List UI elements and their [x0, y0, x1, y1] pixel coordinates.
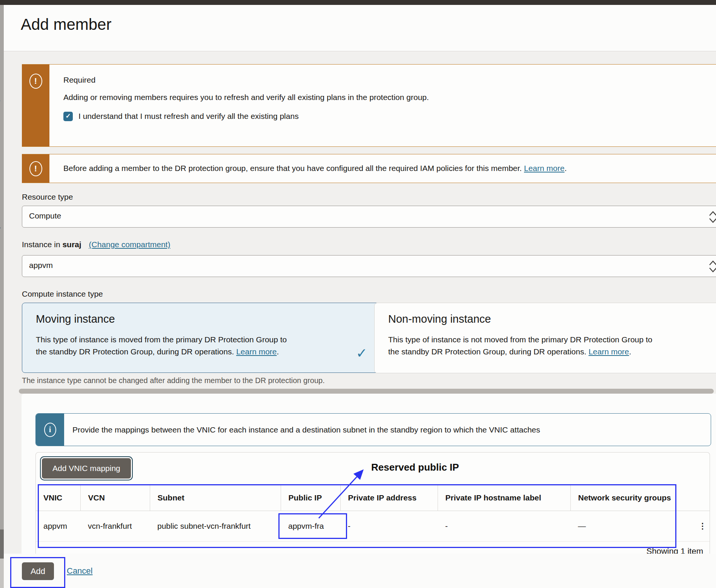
cell-private-ip: - — [340, 511, 438, 542]
cell-vnic: appvm — [36, 511, 80, 542]
page-title: Add member — [21, 15, 111, 34]
cell-public-ip: appvm-fra — [281, 511, 340, 542]
warning-icon: ! — [29, 161, 42, 176]
text: . — [629, 347, 631, 356]
moving-instance-card[interactable]: Moving instance This type of instance is… — [22, 303, 382, 373]
compartment-name: suraj — [62, 240, 81, 249]
instance-type-note: The instance type cannot be changed afte… — [22, 376, 325, 385]
info-icon: i — [44, 423, 56, 437]
col-header-hostname: Private IP hostname label — [438, 485, 570, 511]
vnic-info-banner: i Provide the mappings between the VNIC … — [35, 413, 711, 446]
selected-check-icon: ✓ — [356, 345, 367, 361]
text: . — [564, 164, 567, 172]
row-actions-menu-icon[interactable]: ⋮ — [676, 511, 710, 542]
instance-select[interactable]: appvm — [22, 255, 716, 277]
understand-checkbox-label: I understand that I must refresh and ver… — [78, 111, 299, 122]
annotation-label-reserved-public-ip: Reserved public IP — [371, 462, 459, 473]
panel-header: Add member — [4, 5, 716, 51]
col-header-public-ip: Public IP — [281, 485, 340, 511]
warning-banner-accent: ! — [22, 65, 49, 146]
warning-body: Adding or removing members requires you … — [63, 92, 429, 103]
instance-value: appvm — [29, 261, 53, 270]
instance-compartment-label: Instance in suraj (Change compartment) — [22, 240, 170, 249]
moving-instance-title: Moving instance — [36, 313, 382, 325]
select-chevron-icon — [708, 259, 716, 274]
cell-nsg: — — [570, 511, 676, 542]
col-header-actions — [676, 485, 710, 511]
non-moving-learn-more-link[interactable]: Learn more — [588, 347, 629, 356]
warning-icon: ! — [29, 74, 42, 89]
horizontal-scrollbar[interactable] — [19, 389, 714, 394]
vnic-info-text: Provide the mappings between the VNIC fo… — [64, 414, 540, 446]
table-row: appvm vcn-frankfurt public subnet-vcn-fr… — [36, 511, 710, 542]
required-warning-banner: ! Required Adding or removing members re… — [22, 64, 716, 147]
table-header-row: VNIC VCN Subnet Public IP Private IP add… — [36, 485, 710, 511]
vnic-mapping-section: i Provide the mappings between the VNIC … — [22, 394, 716, 554]
warning-title: Required — [63, 74, 429, 86]
col-header-private-ip: Private IP address — [340, 485, 438, 511]
iam-learn-more-link[interactable]: Learn more — [524, 164, 564, 172]
col-header-vnic: VNIC — [36, 485, 80, 511]
resource-type-select[interactable]: Compute — [22, 206, 716, 228]
background-page-edge: n a i r T — [0, 5, 4, 588]
warning-banner-accent: ! — [22, 154, 49, 183]
col-header-nsg: Network security groups — [570, 485, 676, 511]
moving-learn-more-link[interactable]: Learn more — [236, 347, 277, 356]
non-moving-instance-card[interactable]: Non-moving instance This type of instanc… — [374, 303, 716, 373]
cancel-link[interactable]: Cancel — [67, 566, 92, 576]
resource-type-label: Resource type — [22, 192, 73, 202]
panel-footer: Add Cancel — [4, 554, 716, 588]
add-vnic-mapping-button[interactable]: Add VNIC mapping — [42, 458, 131, 479]
browser-top-bar — [0, 0, 716, 5]
cell-subnet: public subnet-vcn-frankfurt — [150, 511, 281, 542]
text: . — [277, 347, 279, 356]
select-chevron-icon — [708, 209, 716, 225]
vnic-table: VNIC VCN Subnet Public IP Private IP add… — [36, 485, 710, 542]
text: Instance in — [22, 240, 60, 249]
resource-type-value: Compute — [29, 211, 61, 220]
cell-vcn: vcn-frankfurt — [80, 511, 150, 542]
add-button[interactable]: Add — [22, 562, 54, 580]
info-banner-accent: i — [36, 414, 64, 446]
non-moving-instance-title: Non-moving instance — [388, 313, 716, 325]
change-compartment-link[interactable]: (Change compartment) — [89, 240, 170, 249]
add-member-panel: Add member ! Required Adding or removing… — [4, 5, 716, 588]
cell-hostname: - — [438, 511, 570, 542]
col-header-subnet: Subnet — [150, 485, 281, 511]
background-scrollbar-track — [0, 559, 4, 588]
col-header-vcn: VCN — [80, 485, 150, 511]
iam-warning-body: Before adding a member to the DR protect… — [63, 164, 522, 172]
background-text-fragment: T — [0, 226, 0, 236]
background-scrollbar-thumb — [0, 530, 4, 559]
iam-warning-banner: ! Before adding a member to the DR prote… — [22, 154, 716, 183]
understand-checkbox[interactable]: ✓ — [63, 112, 73, 121]
instance-type-label: Compute instance type — [22, 289, 103, 299]
